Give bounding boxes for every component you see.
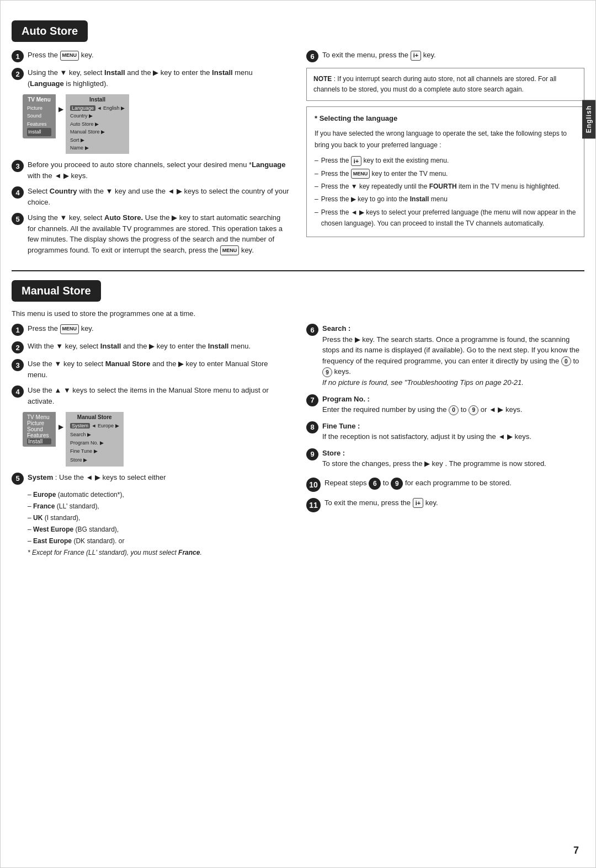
auto-store-step-6: 6 To exit the menu, press the i+ key. <box>306 50 584 62</box>
language-arrow-r: ▶ <box>121 105 125 111</box>
install-country: Country ▶ <box>70 112 125 120</box>
step-text-2: Using the ▼ key, select Install and the … <box>28 67 290 89</box>
step-text-6: To exit the menu, press the i+ key. <box>322 50 436 61</box>
page-container: English Auto Store 1 Press the MENU key.… <box>0 0 596 868</box>
lang-step-4: – Press the ▶ key to go into the Install… <box>315 194 576 205</box>
manual-store-left: 1 Press the MENU key. 2 With the ▼ key, … <box>12 323 290 559</box>
tv-menu-item-features: Features <box>27 120 51 128</box>
ms-inner: Manual Store System ◄ Europe ▶ Search ▶ … <box>66 412 124 466</box>
english-tab: English <box>582 100 595 138</box>
tv-menu-diagram: TV Menu Picture Sound Features Install ▶… <box>23 94 290 154</box>
manual-store-section: Manual Store This menu is used to store … <box>12 277 584 559</box>
ms-system-europe: – Europe (automatic detection*), <box>28 490 290 500</box>
repeat-from-6: 6 <box>369 478 381 490</box>
arrow-connector: ▶ <box>56 105 66 113</box>
menu-key-ms1: MENU <box>60 324 79 334</box>
ms-system-footnote: * Except for France (LL' standard), you … <box>28 548 290 558</box>
tv-menu-outer: TV Menu Picture Sound Features Install <box>23 94 56 138</box>
ms-step-text-3: Use the ▼ key to select Manual Store and… <box>28 358 290 380</box>
key-0: 0 <box>561 356 571 366</box>
ms-system-uk: – UK (I standard), <box>28 513 290 523</box>
auto-store-title: Auto Store <box>12 20 88 42</box>
menu-key-lang-2: MENU <box>351 169 370 179</box>
ms-step-num-3: 3 <box>12 359 24 371</box>
ms-inner-items: System ◄ Europe ▶ Search ▶ Program No. ▶… <box>70 422 119 464</box>
tv-menu-install-panel: Install Language ◄ English ▶ Country ▶ A… <box>66 94 129 154</box>
auto-store-left: 1 Press the MENU key. 2 Using the ▼ key,… <box>12 50 290 260</box>
ms-step-10: 10 Repeat steps 6 to 9 for each programm… <box>306 477 584 492</box>
ms-system-row: System ◄ Europe ▶ <box>70 422 119 430</box>
ms-step-6: 6 Search : Press the ▶ key. The search s… <box>306 323 584 388</box>
step-num-6: 6 <box>306 50 318 62</box>
ms-step-11: 11 To exit the menu, press the i+ key. <box>306 497 584 512</box>
step-text-3: Before you proceed to auto store channel… <box>28 159 290 181</box>
auto-store-content: 1 Press the MENU key. 2 Using the ▼ key,… <box>12 50 584 260</box>
ms-inner-title: Manual Store <box>70 414 119 420</box>
dash-3: – <box>315 181 318 192</box>
lang-step-5-text: Press the ◄ ▶ keys to select your prefer… <box>321 207 576 229</box>
ms-system-west-europe: – West Europe (BG standard), <box>28 524 290 534</box>
ms-step-num-8: 8 <box>306 421 318 433</box>
ms-system-france: – France (LL' standard), <box>28 501 290 511</box>
ms-system-value: Europe <box>98 423 114 428</box>
ms-step-1: 1 Press the MENU key. <box>12 323 290 336</box>
install-manualstore: Manual Store ▶ <box>70 128 125 136</box>
note-box: NOTE : If you interrupt search during au… <box>306 68 584 101</box>
ms-step-text-6: Search : Press the ▶ key. The search sta… <box>322 323 584 388</box>
ms-step-text-5: System : Use the ◄ ▶ keys to select eith… <box>28 472 166 483</box>
ms-outer-title: TV Menu <box>27 414 51 420</box>
ms-outer: TV Menu Picture Sound Features Install <box>23 412 56 447</box>
ms-arrow: ▶ <box>56 423 66 431</box>
ms-step-text-2: With the ▼ key, select Install and the ▶… <box>28 341 251 352</box>
section-divider <box>12 270 584 271</box>
manual-store-content: 1 Press the MENU key. 2 With the ▼ key, … <box>12 323 584 559</box>
iplus-key-6: i+ <box>411 51 421 61</box>
tv-menu-item-picture: Picture <box>27 104 51 112</box>
ms-inner-panel: Manual Store System ◄ Europe ▶ Search ▶ … <box>66 412 124 466</box>
ms-step-9: 9 Store : To store the changes, press th… <box>306 448 584 469</box>
ms-search: Search ▶ <box>70 431 119 439</box>
key-0-pn: 0 <box>449 405 459 415</box>
select-lang-title: * Selecting the language <box>315 112 576 125</box>
note-text: NOTE : If you interrupt search during au… <box>313 74 577 95</box>
ms-step-num-9: 9 <box>306 448 318 460</box>
step-num-3: 3 <box>12 160 24 172</box>
step-text-1: Press the MENU key. <box>28 50 94 61</box>
iplus-lang-1: i+ <box>351 156 361 166</box>
language-highlighted: Language <box>70 105 95 111</box>
auto-store-step-2: 2 Using the ▼ key, select Install and th… <box>12 67 290 89</box>
ms-step-num-4: 4 <box>12 385 24 398</box>
lang-step-1-text: Press the i+ key to exit the existing me… <box>321 155 449 166</box>
dash-1: – <box>315 155 318 166</box>
dash-5: – <box>315 207 318 218</box>
ms-step-num-2: 2 <box>12 341 24 353</box>
note-title: NOTE <box>313 75 332 83</box>
ms-system-arrow-r: ▶ <box>115 423 119 428</box>
step-num-5: 5 <box>12 213 24 225</box>
ms-step-text-11: To exit the menu, press the i+ key. <box>324 497 438 508</box>
lang-step-3: – Press the ▼ key repeatedly until the F… <box>315 181 576 192</box>
ms-search-italic: If no picture is found, see "Troubleshoo… <box>322 378 524 387</box>
ms-step-text-1: Press the MENU key. <box>28 323 94 334</box>
install-title: Install <box>70 97 125 103</box>
ms-step-8: 8 Fine Tune : If the reception is not sa… <box>306 421 584 442</box>
ms-system-east-europe: – East Europe (DK standard). or <box>28 536 290 546</box>
ms-step-text-8: Fine Tune : If the reception is not sati… <box>322 421 531 442</box>
install-name: Name ▶ <box>70 144 125 152</box>
ms-step-num-11: 11 <box>306 498 321 512</box>
tv-menu-outer-title: TV Menu <box>27 97 51 103</box>
install-language-row: Language ◄ English ▶ <box>70 104 125 112</box>
ms-step-2: 2 With the ▼ key, select Install and the… <box>12 341 290 353</box>
lang-step-3-text: Press the ▼ key repeatedly until the FOU… <box>321 181 560 192</box>
install-items: Language ◄ English ▶ Country ▶ Auto Stor… <box>70 104 125 152</box>
key-9: 9 <box>322 367 332 377</box>
ms-system-arrow-l: ◄ <box>92 423 97 428</box>
ms-step-num-10: 10 <box>306 478 321 492</box>
ms-step-text-4: Use the ▲ ▼ keys to select the items in … <box>28 385 290 406</box>
ms-step-text-10: Repeat steps 6 to 9 for each programme t… <box>324 477 512 490</box>
auto-store-step-1: 1 Press the MENU key. <box>12 50 290 62</box>
manual-store-intro: This menu is used to store the programme… <box>12 309 584 318</box>
dash-4: – <box>315 194 318 205</box>
ms-finetune: Fine Tune ▶ <box>70 447 119 456</box>
auto-store-section: Auto Store 1 Press the MENU key. 2 Using… <box>12 17 584 260</box>
